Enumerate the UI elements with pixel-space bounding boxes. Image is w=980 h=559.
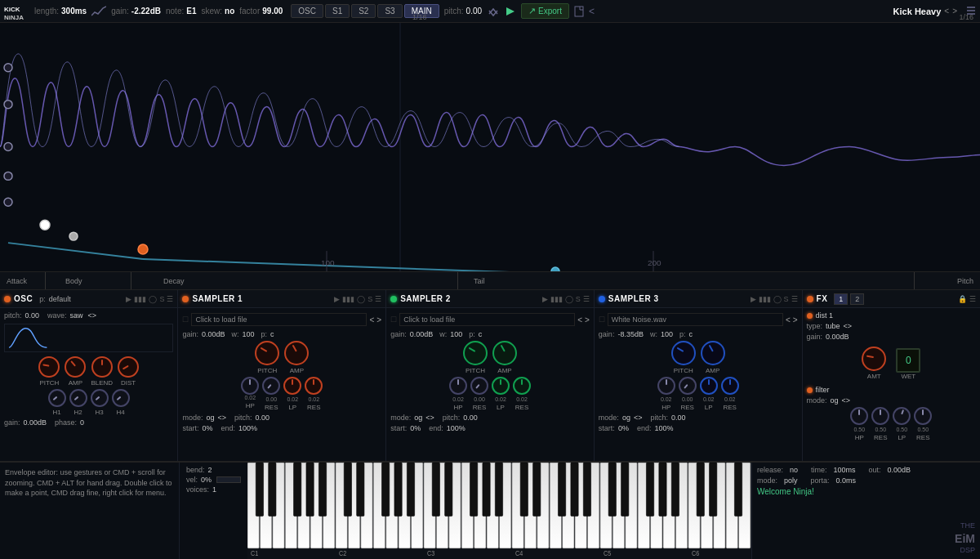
s3-circle-icon[interactable]: ◯: [773, 295, 782, 303]
sampler1-file-box[interactable]: Click to load file: [191, 313, 367, 326]
s2-lp-knob[interactable]: [492, 377, 510, 395]
s3-file-next[interactable]: >: [793, 315, 798, 324]
osc-circle-icon[interactable]: ◯: [149, 295, 157, 303]
waveform-display[interactable]: 100 200: [0, 23, 980, 272]
fx-menu-icon[interactable]: ☰: [969, 295, 976, 303]
nav-left-icon[interactable]: <: [589, 6, 595, 17]
fx-filter-power[interactable]: [807, 387, 813, 393]
osc-wave-nav[interactable]: <>: [88, 311, 97, 320]
sampler1-title: SAMPLER 1: [192, 294, 243, 303]
s1-hp-knob[interactable]: [241, 377, 259, 395]
s1-amp-knob[interactable]: [284, 341, 309, 365]
s1-circle-icon[interactable]: ◯: [357, 295, 365, 303]
s2-menu-icon[interactable]: ☰: [583, 295, 590, 303]
h2-knob[interactable]: [69, 389, 87, 407]
s2-file-prev[interactable]: <: [577, 315, 582, 324]
s2-circle-icon[interactable]: ◯: [565, 295, 573, 303]
s1-file-prev[interactable]: <: [369, 315, 374, 324]
osc-save-icon[interactable]: S: [159, 295, 164, 303]
s3-play-icon[interactable]: ▶: [751, 295, 756, 303]
fx-type-nav[interactable]: <>: [844, 322, 853, 330]
s1-mode-nav[interactable]: <>: [217, 414, 226, 422]
fx-tab-2[interactable]: 2: [850, 293, 864, 305]
s1-res2-knob[interactable]: [305, 377, 323, 395]
s2-bars-icon[interactable]: ▮▮▮: [550, 295, 563, 303]
fx-res-knob[interactable]: [871, 407, 889, 425]
sampler2-file-box[interactable]: Click to load file: [399, 313, 575, 326]
tab-s1[interactable]: S1: [325, 4, 350, 18]
tab-s2[interactable]: S2: [351, 4, 376, 18]
osc-menu-icon[interactable]: ☰: [167, 295, 173, 303]
s3-file-prev[interactable]: <: [786, 315, 791, 324]
piano-keyboard[interactable]: C1 C2 C3 C4 C5 C6: [247, 463, 751, 559]
h1-knob[interactable]: [48, 389, 66, 407]
s2-mode-val: og: [414, 414, 422, 422]
s1-file-next[interactable]: >: [376, 315, 381, 324]
fx-power-led[interactable]: [807, 296, 813, 302]
s1-bars-icon[interactable]: ▮▮▮: [342, 295, 354, 303]
pitch-arrows[interactable]: [487, 6, 500, 17]
sampler2-power-led[interactable]: [390, 296, 397, 302]
fx-tab-1[interactable]: 1: [834, 293, 848, 305]
s3-mode-nav[interactable]: <>: [634, 414, 643, 422]
s2-play-icon[interactable]: ▶: [542, 295, 548, 303]
s2-file-next[interactable]: >: [585, 315, 590, 324]
fx-res2-knob[interactable]: [914, 407, 932, 425]
s3-s-icon[interactable]: S: [784, 295, 789, 303]
preset-next-button[interactable]: >: [952, 7, 957, 16]
osc-bars-icon[interactable]: ▮▮▮: [134, 295, 146, 303]
s1-lp-knob[interactable]: [283, 377, 301, 395]
play-control[interactable]: [505, 6, 516, 17]
s1-play-icon[interactable]: ▶: [334, 295, 340, 303]
tab-s3[interactable]: S3: [377, 4, 402, 18]
s2-s-icon[interactable]: S: [576, 295, 581, 303]
s3-res2-knob[interactable]: [721, 377, 739, 395]
s3-amp-knob[interactable]: [701, 341, 725, 365]
s1-menu-icon[interactable]: ☰: [375, 295, 381, 303]
osc-play-icon[interactable]: ▶: [126, 295, 131, 303]
fx-mode-nav[interactable]: <>: [842, 396, 851, 405]
s2-mode-nav[interactable]: <>: [425, 414, 434, 422]
fx-amt-knob[interactable]: [862, 347, 886, 371]
fx-lp-knob-c: 0.50 LP: [893, 407, 911, 441]
h4-knob[interactable]: [112, 389, 130, 407]
s2-hp-knob-c: 0.02 HP: [449, 377, 467, 411]
s3-lp-knob[interactable]: [700, 377, 718, 395]
s3-bars-icon[interactable]: ▮▮▮: [759, 295, 771, 303]
fx-dist-power[interactable]: [807, 313, 813, 319]
fx-type-val: tube: [826, 322, 840, 330]
s3-hp-knob[interactable]: [657, 377, 675, 395]
fx-lock-icon[interactable]: 🔒: [958, 295, 967, 303]
play-icon[interactable]: [505, 6, 516, 17]
s3-res1-knob[interactable]: [679, 377, 697, 395]
s1-res1-knob[interactable]: [262, 377, 280, 395]
osc-blend-knob[interactable]: [91, 356, 113, 378]
s2-res2-knob[interactable]: [513, 377, 531, 395]
s2-file-icon: ☐: [390, 315, 397, 324]
osc-amp-knob[interactable]: [65, 356, 86, 378]
s2-res1-knob[interactable]: [470, 377, 488, 395]
s2-pitch-knob[interactable]: [463, 341, 488, 365]
osc-power-led[interactable]: [4, 296, 11, 302]
tab-osc[interactable]: OSC: [291, 4, 323, 18]
s3-menu-icon[interactable]: ☰: [791, 295, 798, 303]
mode-label: mode:: [757, 476, 777, 485]
fx-lp-knob[interactable]: [893, 407, 911, 425]
osc-dist-knob[interactable]: [118, 356, 139, 378]
s1-start-val: 0%: [202, 424, 212, 432]
factor-label: factor: [239, 7, 260, 16]
sampler3-power-led[interactable]: [599, 296, 605, 302]
export-button[interactable]: ↗ Export: [521, 3, 569, 19]
s2-hp-knob[interactable]: [449, 377, 467, 395]
s1-s-icon[interactable]: S: [368, 295, 372, 303]
sampler3-file-box[interactable]: White Noise.wav: [608, 313, 783, 326]
s2-amp-knob[interactable]: [492, 341, 517, 365]
sampler1-power-led[interactable]: [182, 296, 189, 302]
osc-pitch-knob[interactable]: [38, 356, 60, 378]
s3-pitch-knob[interactable]: [671, 341, 696, 365]
s1-pitch-knob[interactable]: [255, 341, 279, 365]
svg-rect-70: [344, 463, 351, 517]
h3-knob[interactable]: [91, 389, 109, 407]
fx-hp-knob[interactable]: [850, 407, 868, 425]
preset-prev-button[interactable]: <: [944, 7, 949, 16]
